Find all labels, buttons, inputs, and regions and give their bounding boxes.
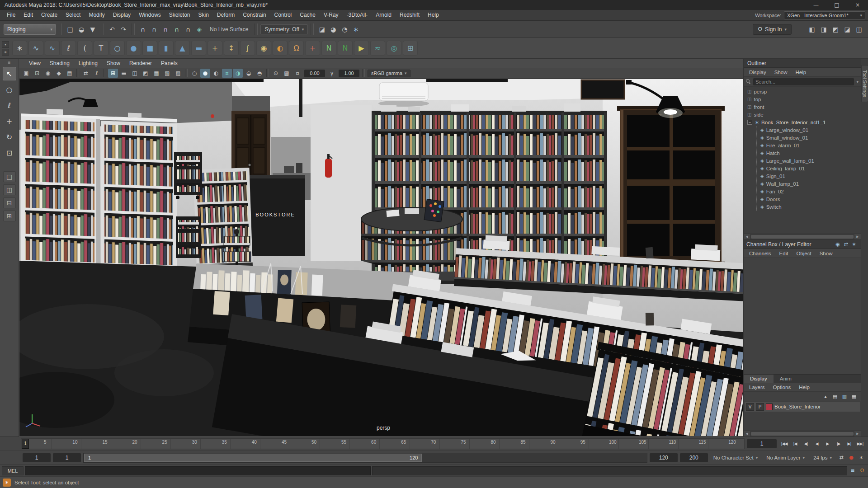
outliner-item-top[interactable]: ◫top [744, 95, 861, 103]
channel-slider-mode-icon[interactable]: ⇄ [842, 240, 850, 249]
scroll-left-icon[interactable]: ◀ [744, 431, 750, 436]
scroll-thumb[interactable] [751, 235, 854, 239]
cv-curve-tool-icon[interactable]: ∿ [28, 41, 43, 56]
gamma-icon[interactable]: γ [327, 69, 337, 78]
orient-joint-icon[interactable]: ◉ [256, 41, 271, 56]
viewport-menu-panels[interactable]: Panels [156, 60, 182, 66]
snap-to-projected-center-icon[interactable]: ∩ [171, 24, 182, 35]
nrigid-create-icon[interactable]: N [338, 41, 353, 56]
isolate-select-icon[interactable]: ⊙ [271, 69, 281, 78]
shelf-menu-icon[interactable]: ▾ [2, 41, 9, 48]
render-current-frame-icon[interactable]: ◕ [328, 24, 339, 35]
channel-box-toggle-icon[interactable]: ◫ [854, 24, 864, 35]
ik-handle-tool-icon[interactable]: ↕ [224, 41, 239, 56]
layer-row[interactable]: V P Book_Store_Interior [745, 402, 860, 412]
snap-to-view-plane-icon[interactable]: ∩ [183, 24, 193, 35]
snap-to-point-icon[interactable]: ∩ [160, 24, 171, 35]
outliner-item-sign-01[interactable]: ◈Sign_01 [757, 172, 861, 180]
step-back-one-key-button[interactable]: ◀| [801, 439, 811, 449]
move-layer-up-icon[interactable]: ▴ [821, 392, 830, 400]
step-forward-one-key-button[interactable]: |▶ [833, 439, 844, 449]
outliner-item-doors[interactable]: ◈Doors [757, 195, 861, 203]
menu-control[interactable]: Control [270, 10, 296, 20]
sign-in-button[interactable]: Ω Sign In ▾ [753, 24, 792, 35]
go-to-playback-end-button[interactable]: ▶▶| [855, 439, 865, 449]
new-scene-icon[interactable]: □ [65, 24, 75, 35]
two-pane-stacked-layout-icon[interactable]: ⊟ [3, 197, 16, 208]
menu-arnold[interactable]: Arnold [372, 10, 396, 20]
fire-alarm[interactable] [211, 114, 214, 118]
shaded-mode-icon[interactable]: ● [200, 69, 210, 78]
chevron-down-icon[interactable]: ▾ [856, 80, 859, 84]
menu-3dtoall[interactable]: -3DtoAll- [343, 10, 372, 20]
close-button[interactable]: × [847, 0, 868, 10]
pose-editor-icon[interactable]: ⊞ [403, 41, 418, 56]
outliner-item-large-window-01[interactable]: ◈Large_window_01 [757, 126, 861, 134]
nurbs-sphere-icon[interactable]: ● [126, 41, 141, 56]
render-settings-icon[interactable]: ∗ [350, 24, 361, 35]
xray-icon[interactable]: ▩ [282, 69, 292, 78]
grease-pencil-icon[interactable]: ℓ [92, 69, 102, 78]
command-result-field[interactable] [372, 466, 847, 475]
make-object-live-icon[interactable]: ◈ [194, 24, 205, 35]
use-all-lights-icon[interactable]: ¤ [222, 69, 232, 78]
joint-tool-icon[interactable]: + [208, 41, 222, 56]
outliner-item-large-wall-lamp-01[interactable]: ◈Large_wall_lamp_01 [757, 157, 861, 164]
outliner-hscrollbar[interactable]: ◀ ▶ [744, 234, 861, 239]
safe-title-icon[interactable]: ▨ [173, 69, 183, 78]
small-window[interactable] [581, 80, 624, 99]
select-tool-icon[interactable]: ↖ [3, 67, 16, 80]
menu-windows[interactable]: Windows [135, 10, 165, 20]
channelbox-menu-show[interactable]: Show [816, 251, 836, 256]
bind-skin-icon[interactable]: Ω [289, 41, 304, 56]
channel-settings-icon[interactable]: ∗ [850, 240, 858, 249]
scale-tool-icon[interactable]: ⊡ [3, 146, 16, 160]
layer-menu-options[interactable]: Options [769, 385, 795, 390]
maximize-button[interactable]: □ [826, 0, 847, 10]
play-backwards-button[interactable]: ◀ [811, 439, 822, 449]
scroll-left-icon[interactable]: ◀ [744, 234, 750, 239]
scroll-right-icon[interactable]: ▶ [854, 234, 861, 239]
layer-visibility-toggle[interactable]: V [746, 403, 754, 411]
outliner-menu-display[interactable]: Display [745, 70, 770, 75]
three-point-arc-icon[interactable]: ( [77, 41, 92, 56]
menu-select[interactable]: Select [61, 10, 85, 20]
nurbs-circle-icon[interactable]: ○ [110, 41, 125, 56]
attribute-editor-toggle-icon[interactable]: ◩ [830, 24, 841, 35]
film-gate-icon[interactable]: ▬ [119, 69, 129, 78]
menu-set-selector[interactable]: Rigging ▾ [4, 24, 56, 35]
grid-toggle-icon[interactable]: ⊞ [108, 69, 118, 78]
menu-modify[interactable]: Modify [85, 10, 108, 20]
new-layer-from-selected-icon[interactable]: ▥ [840, 392, 849, 400]
large-window[interactable] [617, 106, 725, 266]
view-transform-selector[interactable]: sRGB gamma ▾ [368, 70, 410, 77]
menu-file[interactable]: File [3, 10, 19, 20]
textured-mode-icon[interactable]: ◐ [211, 69, 221, 78]
resolution-gate-icon[interactable]: ◫ [130, 69, 140, 78]
motion-blur-icon[interactable]: ◓ [255, 69, 264, 78]
four-pane-layout-icon[interactable]: ⊞ [3, 211, 16, 221]
hypershade-toggle-icon[interactable]: ◨ [818, 24, 829, 35]
outliner-item-ceiling-lamp-01[interactable]: ◈Ceiling_lamp_01 [757, 164, 861, 172]
snap-to-curve-icon[interactable]: ∩ [149, 24, 160, 35]
menu-deform[interactable]: Deform [213, 10, 239, 20]
outliner-item-small-window-01[interactable]: ◈Small_window_01 [757, 134, 861, 141]
step-back-one-frame-button[interactable]: |◀ [790, 439, 800, 449]
text-curves-icon[interactable]: T [94, 41, 108, 56]
animation-preferences-icon[interactable]: ∗ [857, 454, 865, 462]
outliner-item-switch[interactable]: ◈Switch [757, 203, 861, 211]
nurbs-cylinder-icon[interactable]: ▮ [159, 41, 174, 56]
fps-selector[interactable]: 24 fps ▾ [810, 453, 835, 462]
nurbs-plane-icon[interactable]: ▬ [191, 41, 206, 56]
image-plane-icon[interactable]: ▤ [65, 69, 75, 78]
channelbox-menu-object[interactable]: Object [793, 251, 815, 256]
collapse-icon[interactable]: − [747, 120, 752, 125]
undo-icon[interactable]: ↶ [107, 24, 118, 35]
viewport-canvas[interactable]: BOOKSTORE [19, 79, 743, 436]
ep-curve-tool-icon[interactable]: ∿ [45, 41, 60, 56]
bookshelf-left[interactable] [21, 108, 177, 274]
menu-skin[interactable]: Skin [194, 10, 213, 20]
character-set-selector[interactable]: No Character Set ▾ [710, 453, 761, 462]
layer-menu-layers[interactable]: Layers [745, 385, 769, 390]
play-forwards-button[interactable]: ▶ [822, 439, 833, 449]
